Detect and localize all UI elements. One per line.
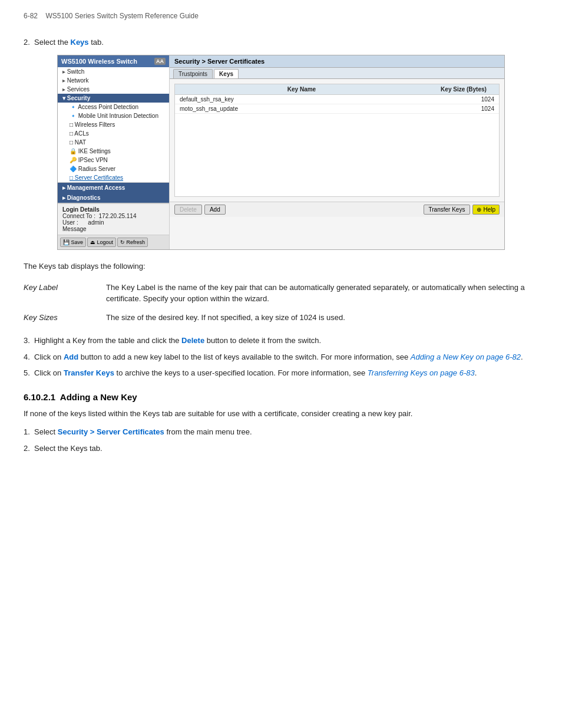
sidebar-item-services[interactable]: ▸ Services	[58, 85, 169, 94]
tab-trustpoints[interactable]: Trustpoints	[173, 69, 213, 78]
security-server-certs-link[interactable]: Security > Server Certificates	[58, 427, 164, 436]
key-size-1: 1024	[428, 95, 499, 104]
user: User : admin	[62, 219, 164, 226]
sidebar-item-ipsec[interactable]: 🔑 IPSec VPN	[58, 156, 169, 164]
keys-tab-desc-text: The Keys tab displays the following:	[24, 261, 538, 272]
message: Message	[62, 226, 164, 232]
tab-keys[interactable]: Keys	[214, 69, 239, 78]
keys-table: Key Name Key Size (Bytes) default_ssh_rs…	[174, 84, 500, 197]
step2-suffix: tab.	[89, 38, 104, 47]
sub-section-intro: If none of the keys listed within the Ke…	[24, 408, 538, 420]
bottom-buttons: Delete Add Transfer Keys ⊕ Help	[170, 202, 504, 217]
sidebar-title: WS5100 Wireless Switch	[61, 58, 137, 65]
right-buttons: Transfer Keys ⊕ Help	[424, 205, 500, 215]
save-button[interactable]: 💾 Save	[60, 238, 86, 247]
sub-section-heading: 6.10.2.1 Adding a New Key	[24, 392, 538, 402]
sidebar-item-server-certs[interactable]: □ Server Certificates	[58, 173, 169, 182]
sidebar-item-apdetection[interactable]: 🔹 Access Point Detection	[58, 103, 169, 111]
sidebar-item-nat[interactable]: □ NAT	[58, 138, 169, 147]
transfer-keys-link[interactable]: Transfer Keys	[64, 368, 114, 377]
sub-steps-list: 1. Select Security > Server Certificates…	[24, 426, 538, 454]
key-sizes-term: Key Sizes	[24, 308, 94, 327]
sidebar-item-intrusion[interactable]: 🔹 Mobile Unit Intrusion Detection	[58, 111, 169, 120]
key-sizes-desc: The size of the desired key. If not spec…	[94, 308, 538, 327]
sidebar-mgmt[interactable]: ▸ Management Access	[58, 183, 169, 193]
transferring-keys-link[interactable]: Transferring Keys on page 6-83	[368, 368, 475, 377]
keys-tab-description: The Keys tab displays the following: Key…	[24, 261, 538, 327]
refresh-button[interactable]: ↻ Refresh	[117, 238, 148, 247]
table-header: Key Name Key Size (Bytes)	[175, 84, 499, 95]
page-header: 6-82 WS5100 Series Switch System Referen…	[24, 12, 538, 20]
login-label: Login Details	[62, 206, 164, 213]
sidebar-item-wireless-filters[interactable]: □ Wireless Filters	[58, 120, 169, 129]
table-spacer	[175, 114, 499, 196]
left-buttons: Delete Add	[174, 205, 226, 215]
step-4: 4. Click on Add button to add a new key …	[24, 351, 538, 363]
help-icon: ⊕	[477, 206, 481, 213]
sidebar-item-security[interactable]: ▾ Security	[58, 94, 169, 103]
key-name-1: default_ssh_rsa_key	[175, 95, 428, 104]
table-row[interactable]: default_ssh_rsa_key 1024	[175, 95, 499, 104]
page-title: WS5100 Series Switch System Reference Gu…	[45, 12, 198, 20]
sidebar-item-ike[interactable]: 🔒 IKE Settings	[58, 147, 169, 156]
connect-to: Connect To : 172.20.25.114	[62, 213, 164, 219]
section-title: Adding a New Key	[60, 392, 137, 402]
key-size-2: 1024	[428, 104, 499, 113]
sidebar: WS5100 Wireless Switch AA ▸ Switch ▸ Net…	[58, 55, 170, 249]
sidebar-item-radius[interactable]: 🔷 Radius Server	[58, 164, 169, 173]
step-5: 5. Click on Transfer Keys to archive the…	[24, 367, 538, 379]
desc-row-key-label: Key Label The Key Label is the name of t…	[24, 278, 538, 308]
key-label-desc: The Key Label is the name of the key pai…	[94, 278, 538, 308]
sidebar-footer: 💾 Save ⏏ Logout ↻ Refresh	[58, 235, 169, 249]
adding-new-key-link[interactable]: Adding a New Key on page 6-82	[411, 353, 521, 361]
key-label-term: Key Label	[24, 278, 94, 308]
add-button[interactable]: Add	[204, 205, 226, 215]
desc-row-key-sizes: Key Sizes The size of the desired key. I…	[24, 308, 538, 327]
desc-table: Key Label The Key Label is the name of t…	[24, 278, 538, 327]
keys-tab-link[interactable]: Keys	[71, 38, 89, 47]
delete-link[interactable]: Delete	[181, 336, 204, 345]
key-name-2: moto_ssh_rsa_update	[175, 104, 428, 113]
sidebar-nav: ▸ Switch ▸ Network ▸ Services ▾ Security…	[58, 67, 169, 182]
tabs-bar: Trustpoints Keys	[170, 68, 504, 79]
step2-label: 2. Select the	[24, 38, 71, 47]
sidebar-item-acls[interactable]: □ ACLs	[58, 129, 169, 138]
main-title: Security > Server Certificates	[170, 55, 504, 68]
page-ref: 6-82	[24, 12, 38, 20]
login-details: Login Details Connect To : 172.20.25.114…	[58, 203, 169, 235]
step2-intro: 2. Select the Keys tab.	[24, 38, 538, 47]
main-panel: Security > Server Certificates Trustpoin…	[170, 55, 504, 249]
col-key-size: Key Size (Bytes)	[428, 84, 499, 94]
aa-badge: AA	[154, 58, 166, 65]
delete-button[interactable]: Delete	[174, 205, 202, 215]
step-3: 3. Highlight a Key from the table and cl…	[24, 335, 538, 347]
sub-step-2: 2. Select the Keys tab.	[24, 443, 538, 454]
help-button[interactable]: ⊕ Help	[472, 205, 500, 215]
main-title-text: Security > Server Certificates	[174, 58, 265, 65]
screenshot: WS5100 Wireless Switch AA ▸ Switch ▸ Net…	[57, 55, 505, 250]
sidebar-item-switch[interactable]: ▸ Switch	[58, 67, 169, 76]
transfer-keys-button[interactable]: Transfer Keys	[424, 205, 471, 215]
steps-list: 3. Highlight a Key from the table and cl…	[24, 335, 538, 379]
section-number: 6.10.2.1	[24, 392, 55, 402]
logout-button[interactable]: ⏏ Logout	[87, 238, 116, 247]
col-key-name: Key Name	[175, 84, 428, 94]
sub-step-1: 1. Select Security > Server Certificates…	[24, 426, 538, 438]
sidebar-diag[interactable]: ▸ Diagnostics	[58, 193, 169, 203]
table-row[interactable]: moto_ssh_rsa_update 1024	[175, 104, 499, 114]
sidebar-item-network[interactable]: ▸ Network	[58, 76, 169, 85]
add-link[interactable]: Add	[64, 353, 78, 361]
sidebar-header: WS5100 Wireless Switch AA	[58, 55, 169, 67]
